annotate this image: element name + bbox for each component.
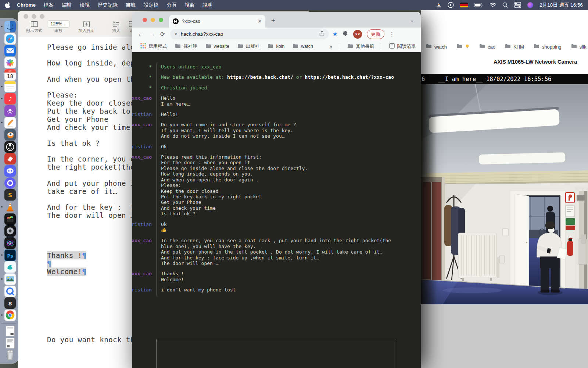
other-bookmarks[interactable]: 其他書籤 [347, 43, 374, 50]
bookmark-silk[interactable]: silk [571, 44, 587, 50]
menu-檢視[interactable]: 檢視 [80, 2, 90, 8]
dock-shotcut-icon[interactable]: 8 [4, 297, 16, 309]
bookmark-watch[interactable]: watch [293, 43, 313, 49]
german-flag-icon[interactable] [460, 3, 468, 7]
dock-compressor-icon[interactable] [4, 225, 16, 237]
dock-music-icon[interactable]: ♪ [4, 93, 16, 105]
tab-close-icon[interactable]: ✕ [258, 18, 262, 24]
url-text[interactable]: hack.chat/?xxx-cao [181, 31, 223, 37]
dock-podcasts-icon[interactable] [4, 105, 16, 117]
dock-notes-icon[interactable] [4, 81, 16, 92]
bookmark-shopping[interactable]: shopping [534, 44, 562, 50]
minimize-button[interactable] [151, 18, 155, 22]
chat-link[interactable]: https://beta.hack.chat/ [227, 74, 293, 80]
tab-xxx-cao[interactable]: ?xxx-cao ✕ [169, 15, 265, 28]
chrome-window: ?xxx-cao ✕ + ⌄ ← → ⟳ ∨ hack.chat/?xxx-ca… [132, 12, 421, 368]
extensions-icon[interactable] [343, 31, 348, 38]
dock-chrome-icon[interactable] [4, 309, 16, 321]
dock-photoshop-icon[interactable]: Ps [4, 250, 16, 261]
dock-motion-icon[interactable] [4, 237, 16, 249]
dock-document-thumbnail-2-icon[interactable] [4, 337, 16, 349]
active-app-name[interactable]: Chrome [17, 2, 36, 8]
menu-歷史記錄[interactable]: 歷史記錄 [98, 2, 118, 8]
reload-button[interactable]: ⟳ [160, 31, 165, 38]
bookmark-koln[interactable]: koln [268, 43, 284, 49]
control-center-icon[interactable] [514, 2, 521, 8]
insert-button[interactable]: 插入 [108, 20, 124, 33]
forward-button[interactable]: → [149, 31, 155, 38]
dock-trash-icon[interactable] [4, 350, 16, 361]
bookmark-watch[interactable]: watch [426, 44, 447, 50]
menu-分頁[interactable]: 分頁 [167, 2, 177, 8]
dock-final-cut-pro-icon[interactable] [4, 213, 16, 225]
view-button[interactable]: 顯示方式 [23, 20, 46, 33]
tab-search-chevron-icon[interactable]: ⌄ [410, 17, 414, 23]
share-icon[interactable] [319, 31, 325, 38]
chat-message: xxx_caoDo you want come in and store you… [132, 122, 421, 139]
dock-finder-icon[interactable] [4, 21, 16, 32]
zoom-button[interactable] [159, 18, 163, 22]
zoom-value[interactable]: 125% ⌄ [47, 20, 69, 28]
bookmark-應用程式[interactable]: 應用程式 [140, 43, 167, 50]
close-button[interactable] [24, 14, 28, 19]
dock-sublime-text-icon[interactable]: S [4, 189, 16, 201]
dock-vlc-icon[interactable] [4, 201, 16, 213]
dock-quicktime-icon[interactable] [4, 286, 16, 297]
minimize-button[interactable] [32, 14, 36, 19]
chat-input[interactable] [156, 339, 396, 368]
svg-text:Ps: Ps [7, 253, 13, 258]
browser-menu-icon[interactable]: ⋮ [389, 31, 395, 38]
apple-menu-icon[interactable] [5, 2, 10, 8]
dock-discord-icon[interactable] [4, 165, 16, 177]
reading-list[interactable]: 閱讀清單 [389, 43, 416, 50]
address-bar[interactable]: ∨ hack.chat/?xxx-cao [170, 29, 329, 39]
svg-text:S: S [8, 192, 12, 199]
zoom-button[interactable] [40, 14, 44, 19]
play-circle-icon[interactable] [448, 2, 454, 8]
dock-pages-icon[interactable] [4, 117, 16, 128]
dock-safari-icon[interactable] [4, 33, 16, 45]
bookmark-KHM[interactable]: KHM [505, 44, 524, 50]
add-page-button[interactable]: 加入頁面 [74, 20, 99, 33]
dock-loom-icon[interactable] [4, 177, 16, 189]
document-line: Do you want knock th [47, 336, 135, 344]
dock-blender-icon[interactable] [4, 129, 16, 141]
close-button[interactable] [143, 18, 147, 22]
bookmark-star-icon[interactable]: ★ [333, 31, 338, 38]
battery-icon[interactable] [474, 3, 483, 7]
dock-photos-icon[interactable] [4, 57, 16, 68]
bookmark-视神经[interactable]: 视神经 [175, 43, 197, 50]
zoom-control[interactable]: 125% ⌄ 縮放 [46, 20, 71, 33]
dock-mail-icon[interactable] [4, 45, 16, 56]
menu-說明[interactable]: 說明 [203, 2, 213, 8]
bookmark-出版社[interactable]: 出版社 [237, 43, 260, 50]
dock-obs-icon[interactable] [4, 141, 16, 153]
bookmark-website[interactable]: website [205, 43, 229, 49]
bookmark-💡[interactable] [456, 44, 470, 50]
menu-視窗[interactable]: 視窗 [185, 2, 195, 8]
chat-link[interactable]: https://beta.hack.chat/?xxx-cao [305, 74, 394, 80]
update-chrome-button[interactable]: 更新 [367, 29, 384, 39]
menu-設定檔[interactable]: 設定檔 [144, 2, 159, 8]
document-line: And when you open th [47, 75, 135, 83]
site-info-chevron-icon[interactable]: ∨ [175, 32, 178, 36]
menu-書籤[interactable]: 書籤 [126, 2, 136, 8]
wifi-icon[interactable] [490, 3, 496, 7]
menu-編輯[interactable]: 編輯 [62, 2, 72, 8]
dock-sketchup-icon[interactable] [4, 153, 16, 164]
new-tab-button[interactable]: + [271, 17, 275, 24]
siri-icon[interactable] [527, 2, 533, 8]
back-button[interactable]: ← [137, 31, 144, 38]
bookmark-cao[interactable]: cao [479, 44, 495, 50]
profile-avatar[interactable]: XX [353, 30, 362, 39]
vlc-status-icon[interactable] [436, 2, 441, 8]
dock-preview-icon[interactable] [4, 273, 16, 285]
bookmarks-overflow-chevron[interactable]: » [329, 43, 332, 49]
menu-檔案[interactable]: 檔案 [44, 2, 54, 8]
dock-surfshark-icon[interactable] [4, 261, 16, 273]
chat-nick: Christian [132, 287, 152, 293]
dock-calendar-icon[interactable]: 2月18 [4, 69, 16, 81]
search-icon[interactable] [502, 2, 508, 8]
dock-document-thumbnail-1-icon[interactable] [4, 325, 16, 337]
menu-bar-clock[interactable]: 2月18日 週五 16:56 [539, 2, 583, 8]
